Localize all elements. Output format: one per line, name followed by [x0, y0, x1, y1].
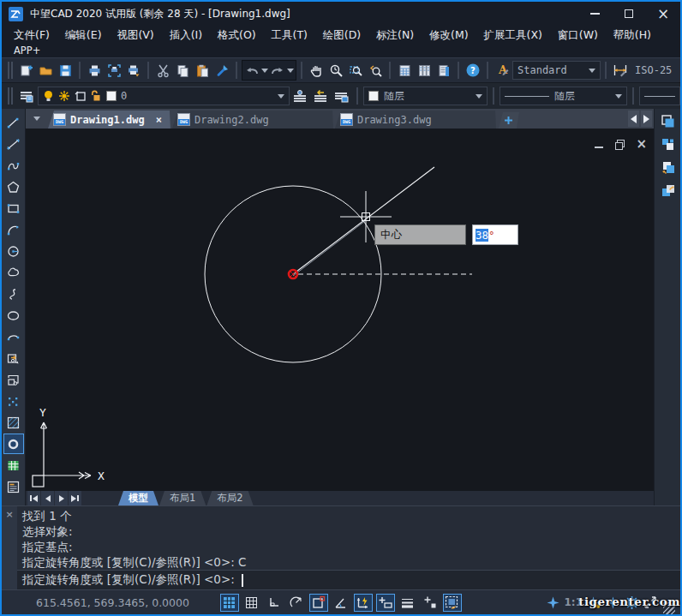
tab-drawing2[interactable]: DWG Drawing2.dwg [172, 111, 333, 129]
angle-snap-toggle[interactable] [332, 594, 350, 612]
menu-item-edit[interactable]: 编辑(E) [65, 28, 102, 43]
print-icon[interactable] [85, 61, 104, 80]
menu-item-modify[interactable]: 修改(M) [429, 28, 469, 43]
command-window[interactable]: 找到 1 个选择对象:指定基点:指定旋转角度或 [复制(C)/参照(R)] <0… [17, 506, 680, 589]
menu-item-tools[interactable]: 工具(T) [272, 28, 308, 43]
layout-next-button[interactable] [55, 491, 68, 505]
tab-drawing1[interactable]: DWG Drawing1.dwg × [48, 111, 170, 129]
layout-last-button[interactable] [69, 491, 81, 505]
tool-hatch-icon[interactable] [3, 412, 24, 433]
linetype-dropdown[interactable]: 随层 [500, 87, 627, 105]
cut-icon[interactable] [153, 61, 172, 80]
tool-insert-block-icon[interactable] [3, 348, 24, 368]
undo-icon[interactable] [244, 61, 260, 80]
tool-table-icon[interactable] [3, 455, 24, 475]
bring-above-objects-icon[interactable] [657, 157, 678, 177]
dynamic-input-toggle[interactable] [376, 594, 395, 612]
bring-to-front-icon[interactable] [657, 111, 678, 131]
drawing-restore-button[interactable] [615, 140, 624, 148]
send-under-objects-icon[interactable] [657, 180, 678, 200]
copy-icon[interactable] [173, 61, 192, 80]
command-close-icon[interactable]: × [5, 509, 13, 589]
tool-ellipse-arc-icon[interactable] [3, 326, 24, 347]
tab-model[interactable]: 模型 [118, 491, 159, 505]
tool-circle-icon[interactable] [3, 241, 24, 261]
redo-icon[interactable] [270, 61, 285, 80]
dim-style-field[interactable]: ISO-25 [631, 61, 680, 80]
maximize-button[interactable] [612, 3, 646, 25]
color-dropdown[interactable]: 随层 [363, 87, 488, 105]
layout-prev-button[interactable] [41, 491, 54, 505]
tool-palettes-icon[interactable] [415, 61, 434, 80]
properties-icon[interactable] [395, 61, 414, 80]
command-prompt[interactable]: 指定旋转角度或 [复制(C)/参照(R)] <0>: [17, 570, 680, 589]
make-object-layer-current-icon[interactable] [291, 87, 310, 105]
toolbar-grip[interactable] [8, 87, 13, 105]
tab-scroll-right-button[interactable] [641, 111, 652, 127]
menu-item-dimension[interactable]: 标注(N) [376, 28, 414, 43]
tool-polyline-icon[interactable] [3, 155, 24, 176]
tab-layout2[interactable]: 布局2 [206, 491, 253, 505]
angle-input[interactable]: 38° [472, 224, 518, 245]
menu-item-window[interactable]: 窗口(W) [558, 28, 598, 43]
menu-item-format[interactable]: 格式(O) [218, 28, 256, 43]
layer-states-icon[interactable] [332, 87, 351, 105]
text-style-icon[interactable]: A [493, 61, 512, 80]
undo-dropdown-caret[interactable] [261, 69, 268, 73]
plot-icon[interactable] [124, 61, 143, 80]
tool-polygon-icon[interactable] [3, 176, 24, 197]
tab-scroll-left-button[interactable] [628, 111, 639, 127]
menu-item-app-plus[interactable]: APP+ [2, 45, 680, 57]
menu-item-express[interactable]: 扩展工具(X) [484, 28, 542, 43]
tool-mtext-icon[interactable] [3, 476, 24, 497]
menu-item-view[interactable]: 视图(V) [117, 28, 153, 43]
layer-manager-icon[interactable] [17, 87, 36, 105]
polar-toggle[interactable] [287, 594, 306, 612]
tool-xline-icon[interactable] [3, 134, 24, 154]
drawing-minimize-button[interactable] [595, 135, 603, 152]
viewport-toggle[interactable] [443, 594, 462, 612]
paste-icon[interactable] [193, 61, 212, 80]
layer-previous-icon[interactable] [312, 87, 331, 105]
layer-dropdown[interactable]: 0 [38, 87, 290, 105]
tool-make-block-icon[interactable] [3, 369, 24, 390]
dynamic-ucs-toggle[interactable] [354, 594, 373, 612]
tool-ellipse-icon[interactable] [3, 305, 24, 326]
menu-item-help[interactable]: 帮助(H) [613, 28, 651, 43]
save-icon[interactable] [56, 61, 75, 80]
lineweight-toggle[interactable] [398, 594, 417, 612]
tab-layout1[interactable]: 布局1 [159, 491, 206, 505]
zoom-realtime-icon[interactable] [326, 61, 345, 80]
minimize-button[interactable] [577, 3, 612, 25]
zoom-previous-icon[interactable] [366, 61, 385, 80]
layout-first-button[interactable] [27, 491, 40, 505]
drawing-canvas[interactable]: Y X 中心 38° × [26, 129, 654, 491]
help-icon[interactable]: ? [464, 61, 482, 80]
menu-item-draw[interactable]: 绘图(D) [323, 28, 361, 43]
lineweight-dropdown[interactable] [639, 87, 680, 105]
tool-donut-icon[interactable] [3, 434, 24, 454]
send-to-back-icon[interactable] [657, 134, 678, 154]
annotation-scale-icon[interactable] [546, 595, 560, 610]
text-style-dropdown[interactable]: Standard [512, 61, 601, 80]
tool-arc-icon[interactable] [3, 219, 24, 240]
sheet-set-icon[interactable] [434, 61, 453, 80]
open-file-icon[interactable] [36, 61, 55, 80]
tab-list-dropdown[interactable] [26, 109, 48, 129]
redo-dropdown-caret[interactable] [287, 69, 294, 73]
print-preview-icon[interactable] [105, 61, 123, 80]
snap-toggle[interactable] [242, 594, 261, 612]
osnap-toggle[interactable] [309, 594, 328, 612]
new-file-icon[interactable] [16, 61, 35, 80]
close-button[interactable]: × [646, 3, 680, 25]
menu-item-insert[interactable]: 插入(I) [170, 28, 202, 43]
tool-rectangle-icon[interactable] [3, 198, 24, 218]
tool-revcloud-icon[interactable] [3, 262, 24, 283]
new-tab-button[interactable] [499, 112, 519, 129]
pan-icon[interactable] [307, 61, 326, 80]
toolbar-grip[interactable] [8, 62, 13, 79]
tool-line-icon[interactable] [3, 112, 24, 133]
tool-point-icon[interactable] [3, 391, 24, 411]
match-properties-icon[interactable] [212, 61, 231, 80]
tool-spline-icon[interactable] [3, 284, 24, 304]
